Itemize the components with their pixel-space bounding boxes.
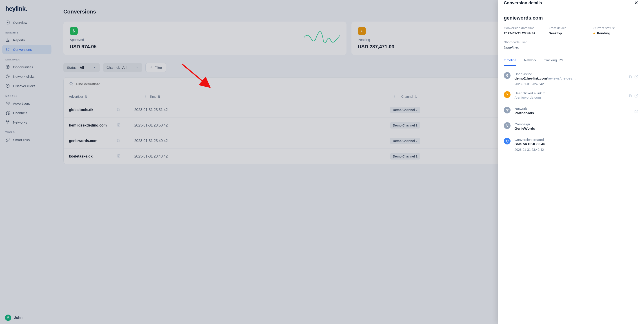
timeline-pin-icon — [504, 72, 510, 79]
timeline-net-icon — [504, 107, 510, 114]
tab-tracking-ids[interactable]: Tracking ID's — [544, 56, 564, 66]
timeline-click-icon — [504, 91, 510, 98]
timeline-subtitle: Sale on DKK 86,46 — [514, 142, 634, 146]
timeline-item: User visited demo2.heylink.com/reviews/t… — [504, 72, 638, 91]
svg-rect-24 — [630, 95, 632, 97]
svg-rect-23 — [630, 76, 632, 78]
timeline-subtitle: Partner-ads — [514, 111, 630, 115]
timeline-camp-icon — [504, 122, 510, 129]
meta-label: Short code used: — [504, 40, 548, 44]
svg-point-26 — [508, 109, 508, 110]
timeline-timestamp: 2023-01-31 23:49:42 — [514, 82, 624, 86]
svg-point-28 — [506, 124, 507, 125]
timeline-item: Campaign GenieWords — [504, 122, 638, 138]
meta-value: Undefined — [504, 46, 548, 49]
timeline-title: User clicked a link to — [514, 91, 624, 95]
meta-value: Desktop — [548, 31, 593, 35]
meta-label: From device: — [548, 26, 593, 30]
svg-point-29 — [508, 124, 508, 125]
conversion-drawer: Conversion details ✕ geniewords.com Conv… — [498, 0, 644, 324]
timeline-subtitle: GenieWords — [514, 126, 634, 130]
drawer-title: Conversion details — [504, 0, 542, 6]
drawer-tabs: Timeline Network Tracking ID's — [504, 56, 638, 66]
drawer-advertiser: geniewords.com — [504, 15, 638, 21]
timeline-title: Campaign — [514, 122, 634, 126]
meta-label: Conversion date/time: — [504, 26, 548, 30]
tab-timeline[interactable]: Timeline — [504, 56, 516, 66]
timeline-title: Network — [514, 107, 630, 110]
timeline-item: Network Partner-ads — [504, 107, 638, 122]
timeline-subtitle: /geniewords.com — [514, 96, 624, 100]
svg-point-30 — [507, 126, 508, 127]
svg-point-25 — [506, 109, 507, 110]
open-icon[interactable] — [634, 94, 638, 99]
open-icon[interactable] — [634, 110, 638, 114]
timeline: User visited demo2.heylink.com/reviews/t… — [504, 72, 638, 157]
svg-point-27 — [507, 111, 508, 112]
timeline-title: User visited — [514, 72, 624, 76]
timeline-timestamp: 2023-01-31 23:49:42 — [514, 148, 634, 152]
open-icon[interactable] — [634, 75, 638, 80]
meta-grid: Conversion date/time: 2023-01-31 23:49:4… — [504, 26, 638, 49]
timeline-item: User clicked a link to /geniewords.com — [504, 91, 638, 107]
timeline-subtitle: demo2.heylink.com/reviews/the-bes… — [514, 76, 624, 80]
close-icon[interactable]: ✕ — [634, 0, 638, 6]
meta-value: 2023-01-31 23:49:42 — [504, 31, 548, 35]
timeline-title: Conversion created — [514, 138, 634, 142]
meta-label: Current status: — [594, 26, 638, 30]
timeline-item: Conversion created Sale on DKK 86,46 202… — [504, 138, 638, 157]
status-dot-icon — [594, 32, 595, 34]
tab-network[interactable]: Network — [524, 56, 536, 66]
timeline-conv-icon — [504, 138, 510, 144]
status-badge: Pending — [594, 31, 638, 35]
copy-icon[interactable] — [628, 94, 632, 99]
copy-icon[interactable] — [628, 75, 632, 80]
